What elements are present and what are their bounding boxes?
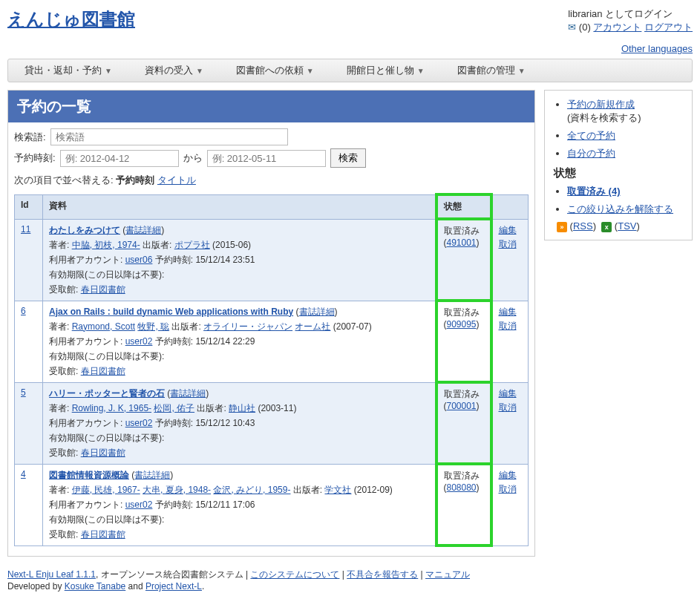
chevron-down-icon: ▼ — [196, 67, 203, 75]
report-link[interactable]: 不具合を報告する — [347, 569, 418, 580]
from-to-word: から — [183, 151, 203, 165]
edit-link[interactable]: 編集 — [499, 306, 523, 318]
status-text: 取置済み — [444, 226, 480, 236]
edit-link[interactable]: 編集 — [499, 224, 523, 237]
table-row: 11わたしをみつけて (書誌詳細)著者: 中脇, 初枝, 1974- 出版者: … — [15, 219, 529, 301]
material-title-link[interactable]: わたしをみつけて — [49, 225, 120, 235]
site-title[interactable]: えんじゅ図書館 — [7, 7, 135, 31]
item-id-link[interactable]: 909095 — [447, 319, 477, 330]
reserve-time-label: 予約時刻: — [14, 151, 56, 165]
my-reserves-link[interactable]: 自分の予約 — [567, 148, 615, 159]
menu-admin[interactable]: 図書館の管理▼ — [441, 64, 542, 77]
tsv-icon: x — [601, 222, 612, 232]
state-heading: 状態 — [554, 166, 683, 180]
edit-link[interactable]: 編集 — [499, 387, 523, 400]
patron-link[interactable]: user02 — [125, 336, 153, 347]
clear-filter-link[interactable]: この絞り込みを解除する — [567, 203, 673, 214]
publisher-link[interactable]: 学文社 — [324, 485, 351, 495]
author-link[interactable]: Raymond, Scott — [72, 321, 135, 332]
material-title-link[interactable]: 図書館情報資源概論 — [49, 470, 129, 480]
publisher-link[interactable]: ポプラ社 — [174, 240, 210, 250]
rss-link[interactable]: RSS — [573, 220, 593, 232]
manual-link[interactable]: マニュアル — [425, 569, 470, 580]
item-id-link[interactable]: 491001 — [447, 237, 477, 248]
material-title-link[interactable]: ハリー・ポッターと賢者の石 — [49, 388, 165, 399]
table-row: 6Ajax on Rails : build dynamic Web appli… — [15, 301, 529, 382]
publisher-link[interactable]: 静山社 — [229, 403, 255, 413]
col-actions — [491, 194, 529, 219]
menu-circulation[interactable]: 貸出・返却・予約▼ — [8, 64, 128, 77]
reserve-from-input[interactable] — [60, 150, 179, 167]
chevron-down-icon: ▼ — [518, 67, 526, 75]
status-text: 取置済み — [444, 471, 480, 481]
cancel-link[interactable]: 取消 — [499, 320, 523, 332]
other-languages-link[interactable]: Other languages — [621, 43, 693, 54]
reserves-table: Id 資料 状態 11わたしをみつけて (書誌詳細)著者: 中脇, 初枝, 19… — [14, 193, 529, 547]
cancel-link[interactable]: 取消 — [499, 483, 523, 496]
patron-link[interactable]: user06 — [125, 255, 153, 265]
reserve-id-link[interactable]: 6 — [21, 306, 26, 316]
page-title: 予約の一覧 — [8, 91, 534, 122]
about-link[interactable]: このシステムについて — [250, 569, 339, 580]
pickup-library-link[interactable]: 春日図書館 — [81, 529, 125, 540]
table-row: 4図書館情報資源概論 (書誌詳細)著者: 伊藤, 民雄, 1967- 大串, 夏… — [15, 464, 529, 545]
patron-link[interactable]: user02 — [125, 418, 153, 428]
pickup-library-link[interactable]: 春日図書館 — [81, 284, 125, 295]
col-id: Id — [15, 194, 43, 219]
author-link[interactable]: 大串, 夏身, 1948- — [143, 485, 211, 495]
pickup-library-link[interactable]: 春日図書館 — [81, 448, 125, 458]
author-link[interactable]: 中脇, 初枝, 1974- — [72, 240, 140, 250]
bib-detail-link[interactable]: 書誌詳細 — [134, 470, 170, 480]
patron-link[interactable]: user02 — [125, 499, 153, 510]
tsv-link[interactable]: TSV — [618, 220, 636, 232]
menu-events[interactable]: 開館日と催し物▼ — [330, 64, 441, 77]
author-link[interactable]: 伊藤, 民雄, 1967- — [72, 485, 140, 495]
table-row: 5ハリー・ポッターと賢者の石 (書誌詳細)著者: Rowling, J. K, … — [15, 382, 529, 464]
author-link[interactable]: 金沢, みどり, 1959- — [213, 485, 290, 495]
material-title-link[interactable]: Ajax on Rails : build dynamic Web applic… — [49, 307, 293, 317]
menu-acquisition[interactable]: 資料の受入▼ — [128, 64, 220, 77]
retained-filter-link[interactable]: 取置済み (4) — [567, 186, 621, 197]
account-link[interactable]: アカウント — [593, 22, 641, 33]
chevron-down-icon: ▼ — [105, 67, 112, 75]
main-menu: 貸出・返却・予約▼ 資料の受入▼ 図書館への依頼▼ 開館日と催し物▼ 図書館の管… — [7, 59, 693, 82]
chevron-down-icon: ▼ — [417, 67, 425, 75]
product-link[interactable]: Next-L Enju Leaf 1.1.1 — [7, 569, 96, 580]
reserve-id-link[interactable]: 4 — [21, 469, 26, 479]
all-reserves-link[interactable]: 全ての予約 — [567, 130, 615, 141]
login-as: librarian としてログイン — [568, 8, 673, 19]
status-text: 取置済み — [444, 307, 480, 318]
item-id-link[interactable]: 808080 — [447, 482, 477, 493]
bib-detail-link[interactable]: 書誌詳細 — [125, 225, 161, 235]
sort-current: 予約時刻 — [116, 174, 154, 186]
sort-title-link[interactable]: タイトル — [157, 174, 196, 186]
reserve-id-link[interactable]: 5 — [21, 387, 26, 398]
rss-icon: » — [557, 222, 567, 232]
logout-link[interactable]: ログアウト — [644, 22, 693, 33]
author-link[interactable]: 松岡, 佑子 — [154, 403, 194, 413]
chevron-down-icon: ▼ — [307, 67, 314, 75]
search-button[interactable]: 検索 — [330, 148, 366, 168]
reserve-to-input[interactable] — [207, 150, 326, 167]
new-reserve-link[interactable]: 予約の新規作成 — [567, 99, 635, 110]
bib-detail-link[interactable]: 書誌詳細 — [170, 388, 206, 399]
login-block: librarian としてログイン ✉ (0) アカウント ログアウト Othe… — [568, 7, 693, 54]
dev1-link[interactable]: Kosuke Tanabe — [65, 581, 126, 592]
publisher-link[interactable]: オーム社 — [295, 321, 330, 332]
mail-icon[interactable]: ✉ — [568, 22, 576, 33]
item-id-link[interactable]: 700001 — [447, 401, 477, 411]
dev2-link[interactable]: Project Next-L — [145, 581, 202, 592]
cancel-link[interactable]: 取消 — [499, 402, 523, 414]
cancel-link[interactable]: 取消 — [499, 238, 523, 251]
edit-link[interactable]: 編集 — [499, 469, 523, 482]
publisher-link[interactable]: オライリー・ジャパン — [203, 321, 292, 332]
reserve-id-link[interactable]: 11 — [21, 224, 30, 235]
menu-requests[interactable]: 図書館への依頼▼ — [220, 64, 330, 77]
footer: Next-L Enju Leaf 1.1.1, オープンソース統合図書館システム… — [7, 564, 693, 596]
pickup-library-link[interactable]: 春日図書館 — [81, 366, 125, 376]
bib-detail-link[interactable]: 書誌詳細 — [299, 307, 335, 317]
author-link[interactable]: 牧野, 聡 — [137, 321, 169, 332]
new-reserve-note: (資料を検索する) — [567, 112, 641, 123]
search-input[interactable] — [50, 128, 288, 145]
author-link[interactable]: Rowling, J. K, 1965- — [72, 403, 151, 413]
